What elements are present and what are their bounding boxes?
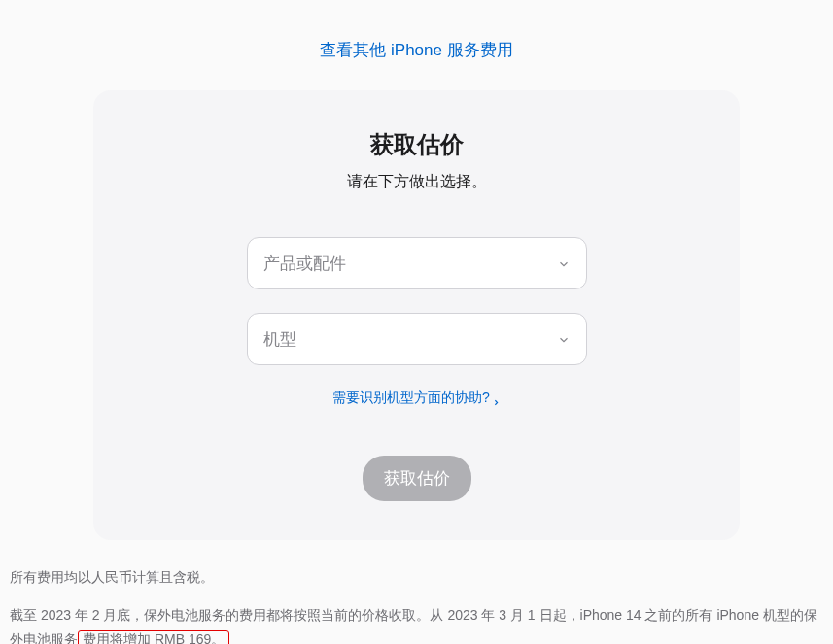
model-select-placeholder: 机型 — [263, 328, 296, 351]
other-services-link[interactable]: 查看其他 iPhone 服务费用 — [320, 41, 512, 59]
footer-line-2: 截至 2023 年 2 月底，保外电池服务的费用都将按照当前的价格收取。从 20… — [10, 603, 823, 644]
card-subtitle: 请在下方做出选择。 — [122, 172, 711, 192]
top-link-wrap: 查看其他 iPhone 服务费用 — [10, 39, 823, 61]
help-link-label: 需要识别机型方面的协助? — [332, 390, 490, 407]
chevron-down-icon — [557, 256, 571, 270]
product-select-wrap: 产品或配件 — [247, 237, 587, 289]
model-select[interactable]: 机型 — [247, 313, 587, 365]
identify-model-help-link[interactable]: 需要识别机型方面的协助? — [332, 390, 501, 407]
model-select-wrap: 机型 — [247, 313, 587, 365]
get-estimate-button[interactable]: 获取估价 — [363, 456, 471, 501]
chevron-right-icon — [492, 394, 501, 403]
estimate-card: 获取估价 请在下方做出选择。 产品或配件 机型 — [93, 90, 740, 540]
card-title: 获取估价 — [122, 129, 711, 160]
help-link-wrap: 需要识别机型方面的协助? — [122, 389, 711, 407]
footer-disclaimer: 所有费用均以人民币计算且含税。 截至 2023 年 2 月底，保外电池服务的费用… — [10, 565, 823, 644]
chevron-down-icon — [557, 332, 571, 346]
product-select-placeholder: 产品或配件 — [263, 253, 346, 275]
footer-line-1: 所有费用均以人民币计算且含税。 — [10, 565, 823, 590]
product-select[interactable]: 产品或配件 — [247, 237, 587, 289]
price-increase-highlight: 费用将增加 RMB 169。 — [78, 630, 229, 644]
